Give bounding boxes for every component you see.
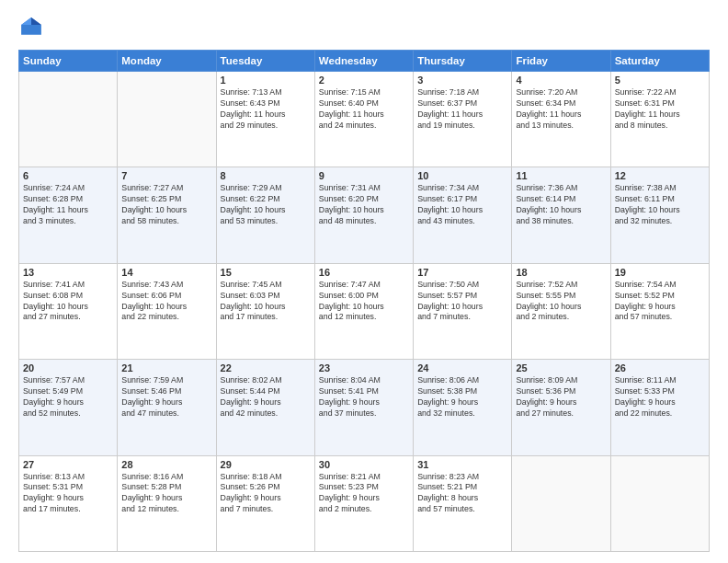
calendar-cell bbox=[19, 72, 118, 167]
day-info: Sunrise: 8:06 AM Sunset: 5:38 PM Dayligh… bbox=[417, 375, 507, 419]
day-info: Sunrise: 8:04 AM Sunset: 5:41 PM Dayligh… bbox=[319, 375, 409, 419]
day-info: Sunrise: 7:31 AM Sunset: 6:20 PM Dayligh… bbox=[319, 183, 409, 227]
calendar-cell: 20Sunrise: 7:57 AM Sunset: 5:49 PM Dayli… bbox=[19, 360, 118, 455]
day-header-sunday: Sunday bbox=[19, 51, 118, 72]
calendar-cell: 25Sunrise: 8:09 AM Sunset: 5:36 PM Dayli… bbox=[512, 360, 610, 455]
calendar-cell: 5Sunrise: 7:22 AM Sunset: 6:31 PM Daylig… bbox=[610, 72, 709, 167]
day-info: Sunrise: 8:13 AM Sunset: 5:31 PM Dayligh… bbox=[23, 472, 113, 516]
day-number: 21 bbox=[121, 362, 211, 373]
svg-marker-2 bbox=[21, 17, 31, 25]
calendar-cell: 23Sunrise: 8:04 AM Sunset: 5:41 PM Dayli… bbox=[314, 360, 413, 455]
day-info: Sunrise: 8:18 AM Sunset: 5:26 PM Dayligh… bbox=[221, 472, 311, 516]
day-info: Sunrise: 7:54 AM Sunset: 5:52 PM Dayligh… bbox=[615, 280, 705, 324]
svg-marker-1 bbox=[31, 17, 41, 25]
calendar-cell: 15Sunrise: 7:45 AM Sunset: 6:03 PM Dayli… bbox=[216, 263, 314, 359]
day-info: Sunrise: 7:13 AM Sunset: 6:43 PM Dayligh… bbox=[221, 87, 311, 132]
day-number: 4 bbox=[516, 75, 606, 86]
calendar-cell: 31Sunrise: 8:23 AM Sunset: 5:21 PM Dayli… bbox=[414, 455, 512, 551]
calendar-cell: 2Sunrise: 7:15 AM Sunset: 6:40 PM Daylig… bbox=[314, 72, 413, 167]
day-number: 8 bbox=[221, 170, 311, 181]
calendar-cell: 22Sunrise: 8:02 AM Sunset: 5:44 PM Dayli… bbox=[216, 360, 314, 455]
calendar-cell: 29Sunrise: 8:18 AM Sunset: 5:26 PM Dayli… bbox=[216, 455, 314, 551]
day-number: 23 bbox=[319, 362, 409, 373]
day-info: Sunrise: 7:27 AM Sunset: 6:25 PM Dayligh… bbox=[121, 183, 211, 227]
day-info: Sunrise: 7:59 AM Sunset: 5:46 PM Dayligh… bbox=[121, 375, 211, 419]
day-number: 12 bbox=[615, 170, 705, 181]
calendar-cell: 26Sunrise: 8:11 AM Sunset: 5:33 PM Dayli… bbox=[610, 360, 709, 455]
day-info: Sunrise: 8:16 AM Sunset: 5:28 PM Dayligh… bbox=[121, 472, 211, 516]
calendar-cell: 11Sunrise: 7:36 AM Sunset: 6:14 PM Dayli… bbox=[512, 167, 610, 263]
day-info: Sunrise: 7:38 AM Sunset: 6:11 PM Dayligh… bbox=[615, 183, 705, 227]
calendar-week-row: 13Sunrise: 7:41 AM Sunset: 6:08 PM Dayli… bbox=[19, 263, 710, 359]
calendar-cell: 16Sunrise: 7:47 AM Sunset: 6:00 PM Dayli… bbox=[314, 263, 413, 359]
day-number: 26 bbox=[615, 362, 705, 373]
day-number: 24 bbox=[417, 362, 507, 373]
day-number: 18 bbox=[516, 267, 606, 278]
calendar-cell: 3Sunrise: 7:18 AM Sunset: 6:37 PM Daylig… bbox=[414, 72, 512, 167]
calendar-cell bbox=[118, 72, 216, 167]
calendar-header-row: SundayMondayTuesdayWednesdayThursdayFrid… bbox=[19, 51, 710, 72]
calendar-cell: 12Sunrise: 7:38 AM Sunset: 6:11 PM Dayli… bbox=[610, 167, 709, 263]
day-info: Sunrise: 7:29 AM Sunset: 6:22 PM Dayligh… bbox=[221, 183, 311, 227]
day-info: Sunrise: 8:23 AM Sunset: 5:21 PM Dayligh… bbox=[417, 472, 507, 516]
day-info: Sunrise: 7:20 AM Sunset: 6:34 PM Dayligh… bbox=[516, 87, 606, 132]
page: SundayMondayTuesdayWednesdayThursdayFrid… bbox=[0, 0, 728, 563]
calendar-week-row: 20Sunrise: 7:57 AM Sunset: 5:49 PM Dayli… bbox=[19, 360, 710, 455]
calendar-cell: 30Sunrise: 8:21 AM Sunset: 5:23 PM Dayli… bbox=[314, 455, 413, 551]
day-number: 19 bbox=[615, 267, 705, 278]
day-number: 11 bbox=[516, 170, 606, 181]
day-info: Sunrise: 7:34 AM Sunset: 6:17 PM Dayligh… bbox=[417, 183, 507, 227]
day-info: Sunrise: 7:22 AM Sunset: 6:31 PM Dayligh… bbox=[615, 87, 705, 132]
calendar-cell: 10Sunrise: 7:34 AM Sunset: 6:17 PM Dayli… bbox=[414, 167, 512, 263]
calendar-week-row: 1Sunrise: 7:13 AM Sunset: 6:43 PM Daylig… bbox=[19, 72, 710, 167]
day-number: 2 bbox=[319, 75, 409, 86]
day-info: Sunrise: 7:50 AM Sunset: 5:57 PM Dayligh… bbox=[417, 280, 507, 324]
calendar-cell: 28Sunrise: 8:16 AM Sunset: 5:28 PM Dayli… bbox=[118, 455, 216, 551]
day-number: 20 bbox=[23, 362, 113, 373]
day-info: Sunrise: 7:47 AM Sunset: 6:00 PM Dayligh… bbox=[319, 280, 409, 324]
day-info: Sunrise: 7:57 AM Sunset: 5:49 PM Dayligh… bbox=[23, 375, 113, 419]
day-number: 13 bbox=[23, 267, 113, 278]
day-number: 31 bbox=[417, 459, 507, 470]
day-number: 27 bbox=[23, 459, 113, 470]
calendar-week-row: 6Sunrise: 7:24 AM Sunset: 6:28 PM Daylig… bbox=[19, 167, 710, 263]
calendar-cell: 24Sunrise: 8:06 AM Sunset: 5:38 PM Dayli… bbox=[414, 360, 512, 455]
day-header-monday: Monday bbox=[118, 51, 216, 72]
day-number: 14 bbox=[121, 267, 211, 278]
calendar-cell: 27Sunrise: 8:13 AM Sunset: 5:31 PM Dayli… bbox=[19, 455, 118, 551]
calendar-cell: 17Sunrise: 7:50 AM Sunset: 5:57 PM Dayli… bbox=[414, 263, 512, 359]
calendar-cell bbox=[512, 455, 610, 551]
calendar-cell: 7Sunrise: 7:27 AM Sunset: 6:25 PM Daylig… bbox=[118, 167, 216, 263]
day-number: 25 bbox=[516, 362, 606, 373]
calendar-cell bbox=[610, 455, 709, 551]
day-number: 30 bbox=[319, 459, 409, 470]
calendar-cell: 6Sunrise: 7:24 AM Sunset: 6:28 PM Daylig… bbox=[19, 167, 118, 263]
day-info: Sunrise: 7:24 AM Sunset: 6:28 PM Dayligh… bbox=[23, 183, 113, 227]
calendar-table: SundayMondayTuesdayWednesdayThursdayFrid… bbox=[18, 50, 710, 552]
day-number: 7 bbox=[121, 170, 211, 181]
calendar-cell: 4Sunrise: 7:20 AM Sunset: 6:34 PM Daylig… bbox=[512, 72, 610, 167]
day-header-tuesday: Tuesday bbox=[216, 51, 314, 72]
calendar-cell: 21Sunrise: 7:59 AM Sunset: 5:46 PM Dayli… bbox=[118, 360, 216, 455]
day-info: Sunrise: 8:11 AM Sunset: 5:33 PM Dayligh… bbox=[615, 375, 705, 419]
calendar-week-row: 27Sunrise: 8:13 AM Sunset: 5:31 PM Dayli… bbox=[19, 455, 710, 551]
logo-icon bbox=[18, 15, 44, 40]
day-number: 15 bbox=[221, 267, 311, 278]
day-header-friday: Friday bbox=[512, 51, 610, 72]
day-number: 28 bbox=[121, 459, 211, 470]
calendar-cell: 13Sunrise: 7:41 AM Sunset: 6:08 PM Dayli… bbox=[19, 263, 118, 359]
day-number: 5 bbox=[615, 75, 705, 86]
day-header-wednesday: Wednesday bbox=[314, 51, 413, 72]
calendar-cell: 8Sunrise: 7:29 AM Sunset: 6:22 PM Daylig… bbox=[216, 167, 314, 263]
day-info: Sunrise: 7:41 AM Sunset: 6:08 PM Dayligh… bbox=[23, 280, 113, 324]
day-info: Sunrise: 7:36 AM Sunset: 6:14 PM Dayligh… bbox=[516, 183, 606, 227]
day-info: Sunrise: 7:43 AM Sunset: 6:06 PM Dayligh… bbox=[121, 280, 211, 324]
day-header-saturday: Saturday bbox=[610, 51, 709, 72]
calendar-cell: 9Sunrise: 7:31 AM Sunset: 6:20 PM Daylig… bbox=[314, 167, 413, 263]
day-info: Sunrise: 8:02 AM Sunset: 5:44 PM Dayligh… bbox=[221, 375, 311, 419]
day-info: Sunrise: 7:45 AM Sunset: 6:03 PM Dayligh… bbox=[221, 280, 311, 324]
day-info: Sunrise: 7:18 AM Sunset: 6:37 PM Dayligh… bbox=[417, 87, 507, 132]
day-number: 3 bbox=[417, 75, 507, 86]
day-info: Sunrise: 7:15 AM Sunset: 6:40 PM Dayligh… bbox=[319, 87, 409, 132]
day-number: 9 bbox=[319, 170, 409, 181]
